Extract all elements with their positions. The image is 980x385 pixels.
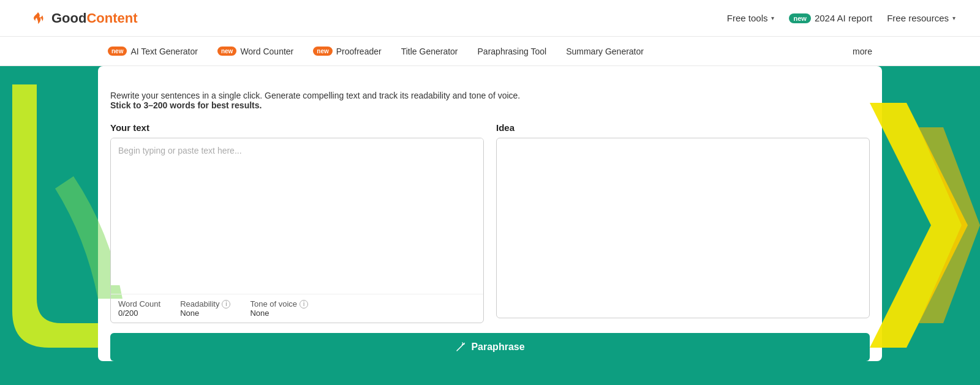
- text-input[interactable]: [111, 138, 483, 285]
- paraphrase-button[interactable]: Paraphrase: [110, 333, 870, 361]
- toolbar-item-summary-generator[interactable]: Summary Generator: [556, 37, 654, 65]
- toolbar-item-word-counter[interactable]: new Word Counter: [208, 37, 303, 65]
- desc-line1: Rewrite your sentences in a single click…: [110, 78, 870, 100]
- your-text-wrapper: Word Count 0/200 Readability i None: [110, 138, 484, 323]
- tone-info-icon[interactable]: i: [300, 300, 308, 308]
- ai-report-nav[interactable]: new 2024 AI report: [789, 13, 872, 23]
- chevron-down-icon: ▾: [771, 15, 774, 21]
- idea-label: Idea: [496, 122, 870, 133]
- logo-good-text: Good: [51, 10, 86, 26]
- toolbar-item-paraphrasing-tool[interactable]: Paraphrasing Tool: [468, 37, 557, 65]
- tone-label: Tone of voice i: [250, 299, 308, 308]
- toolbar-item-proofreader[interactable]: new Proofreader: [303, 37, 391, 65]
- your-text-col: Your text Word Count 0/200: [110, 122, 484, 323]
- new-badge-word: new: [217, 47, 236, 56]
- stats-row: Word Count 0/200 Readability i None: [111, 294, 483, 323]
- readability-stat: Readability i None: [180, 299, 230, 318]
- free-tools-nav[interactable]: Free tools ▾: [727, 13, 775, 23]
- header-nav: Free tools ▾ new 2024 AI report Free res…: [727, 13, 956, 23]
- toolbar-item-ai-text-generator[interactable]: new AI Text Generator: [98, 37, 208, 65]
- free-resources-nav[interactable]: Free resources ▾: [887, 13, 956, 23]
- new-badge-ai: new: [108, 47, 127, 56]
- white-panel: Rewrite your sentences in a single click…: [98, 66, 882, 361]
- toolbar: new AI Text Generator new Word Counter n…: [0, 37, 980, 66]
- ai-report-badge: new: [789, 13, 810, 23]
- idea-box[interactable]: [496, 138, 870, 318]
- your-text-label: Your text: [110, 122, 484, 133]
- header: GoodContent Free tools ▾ new 2024 AI rep…: [0, 0, 980, 37]
- desc-line2: Stick to 3–200 words for best results.: [110, 100, 870, 113]
- new-badge-proof: new: [313, 47, 332, 56]
- word-count-label: Word Count: [118, 299, 160, 308]
- logo-content-text: Content: [86, 10, 137, 26]
- toolbar-more[interactable]: more: [843, 47, 882, 56]
- editors-row: Your text Word Count 0/200: [110, 122, 870, 323]
- logo-icon: [24, 7, 47, 29]
- logo[interactable]: GoodContent: [24, 7, 138, 29]
- word-count-stat: Word Count 0/200: [118, 299, 160, 318]
- wand-icon: [455, 342, 466, 353]
- tone-stat: Tone of voice i None: [250, 299, 308, 318]
- toolbar-item-title-generator[interactable]: Title Generator: [391, 37, 468, 65]
- main-content: Rewrite your sentences in a single click…: [0, 66, 980, 385]
- readability-value: None: [180, 308, 230, 318]
- readability-info-icon[interactable]: i: [222, 300, 230, 308]
- idea-col: Idea: [496, 122, 870, 323]
- word-count-value: 0/200: [118, 308, 160, 318]
- tone-value: None: [250, 308, 308, 318]
- readability-label: Readability i: [180, 299, 230, 308]
- chevron-down-icon-resources: ▾: [952, 15, 956, 21]
